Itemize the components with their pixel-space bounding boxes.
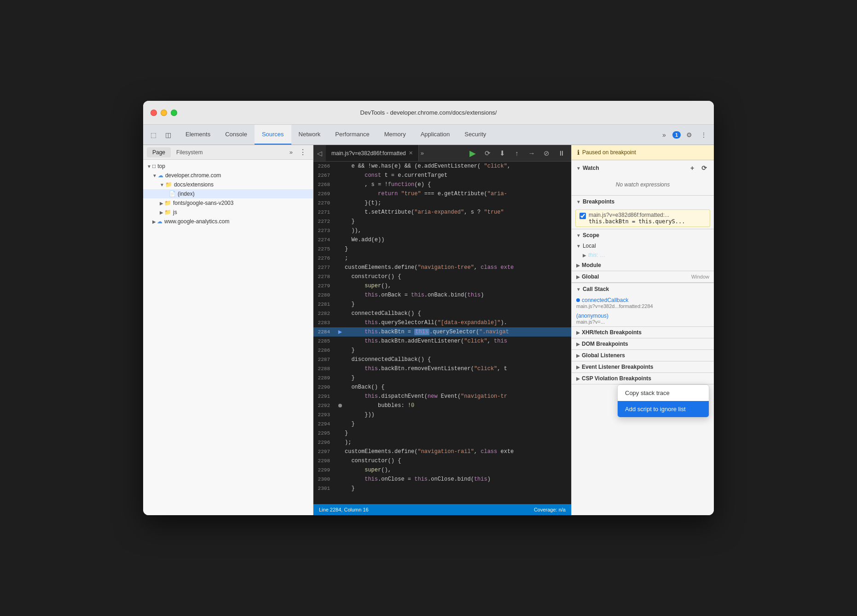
file-tree: ▼ □ top ▼ ☁ developer.chrome.com ▼ 📁 doc… — [143, 160, 313, 515]
tree-item-top[interactable]: ▼ □ top — [143, 162, 313, 171]
scope-header[interactable]: ▼ Scope — [572, 229, 714, 241]
watch-header[interactable]: ▼ Watch + ⟳ — [572, 160, 714, 176]
code-line-2293: 2293 })) — [313, 410, 571, 419]
tree-item-index[interactable]: 📄 (index) — [143, 189, 313, 198]
scope-section: ▼ Scope ▼ Local ▶ this: … ▶ Module — [572, 229, 714, 283]
scope-global[interactable]: ▶ Global Window — [572, 271, 714, 283]
editor-tab-main[interactable]: main.js?v=e382d86f:formatted ✕ — [326, 145, 419, 161]
folder-icon: □ — [152, 163, 156, 169]
tab-application[interactable]: Application — [413, 125, 457, 145]
right-panel: ℹ Paused on breakpoint ▼ Watch + ⟳ — [571, 145, 714, 515]
scope-label: Scope — [583, 232, 599, 238]
editor-toolbar: ▶ ⟳ ⬇ ↑ → ⊘ ⏸ — [463, 145, 571, 161]
code-line-2276: 2276 ; — [313, 254, 571, 263]
event-listener-breakpoints-section[interactable]: ▶ Event Listener Breakpoints — [572, 361, 714, 373]
main-tabbar: ⬚ ◫ Elements Console Sources Network Per… — [143, 125, 714, 145]
arrow-icon: ▶ — [152, 219, 156, 224]
watch-arrow-icon: ▼ — [576, 166, 581, 171]
more-tabs-icon[interactable]: » — [421, 145, 424, 161]
csp-breakpoints-section[interactable]: ▶ CSP Violation Breakpoints — [572, 373, 714, 384]
folder-icon: 📁 — [164, 200, 171, 206]
bp-arrow-icon: ▼ — [576, 199, 581, 204]
code-line-2286: 2286 } — [313, 346, 571, 355]
code-container[interactable]: 2266 e && !we.has(e) && (e.addEventListe… — [313, 162, 571, 504]
tab-performance[interactable]: Performance — [328, 125, 376, 145]
arrow-icon: ▶ — [160, 210, 163, 215]
tab-page[interactable]: Page — [147, 147, 171, 157]
maximize-button[interactable] — [171, 110, 177, 116]
play-icon[interactable]: ▶ — [466, 147, 479, 160]
breakpoint-notice: ℹ Paused on breakpoint — [572, 145, 714, 160]
minimize-button[interactable] — [161, 110, 167, 116]
callstack-header[interactable]: ▼ Call Stack — [572, 283, 714, 295]
menu-icon[interactable]: ⋮ — [697, 128, 710, 141]
arrow-icon: ▶ — [160, 201, 163, 206]
global-listeners-arrow-icon: ▶ — [576, 353, 580, 358]
bp-checkbox[interactable] — [579, 213, 586, 219]
tab-security[interactable]: Security — [457, 125, 493, 145]
panel-menu-icon[interactable]: ⋮ — [296, 146, 309, 159]
tab-memory[interactable]: Memory — [377, 125, 413, 145]
step-into-icon[interactable]: ↑ — [510, 147, 523, 160]
close-tab-icon[interactable]: ✕ — [409, 150, 413, 156]
tabs-container: Elements Console Sources Network Perform… — [178, 125, 654, 145]
add-watch-icon[interactable]: + — [687, 163, 697, 173]
inspect-icon[interactable]: ◫ — [162, 128, 174, 141]
more-tabs-icon[interactable]: » — [658, 128, 671, 141]
breakpoints-header[interactable]: ▼ Breakpoints — [572, 196, 714, 208]
panel-tabs-more[interactable]: » — [288, 147, 295, 157]
tab-elements[interactable]: Elements — [178, 125, 218, 145]
tab-sources[interactable]: Sources — [255, 125, 291, 145]
tree-item-docs[interactable]: ▼ 📁 docs/extensions — [143, 180, 313, 189]
close-button[interactable] — [151, 110, 157, 116]
tree-item-js[interactable]: ▶ 📁 js — [143, 208, 313, 217]
code-line-2275: 2275 } — [313, 244, 571, 254]
scope-module[interactable]: ▶ Module — [572, 260, 714, 271]
scope-this[interactable]: ▶ this: … — [572, 250, 714, 260]
global-listeners-section[interactable]: ▶ Global Listeners — [572, 350, 714, 361]
code-line-2282: 2282 connectedCallback() { — [313, 309, 571, 318]
sidebar-toggle-icon[interactable]: ◁ — [313, 145, 326, 161]
pause-icon[interactable]: ⟳ — [481, 147, 494, 160]
bp-code: this.backBtn = this.queryS... — [589, 218, 685, 225]
code-line-2290: 2290 onBack() { — [313, 383, 571, 392]
arrow-icon: ▼ — [147, 164, 151, 169]
window-title: DevTools - developer.chrome.com/docs/ext… — [360, 109, 497, 116]
code-line-2291: 2291 this.dispatchEvent(new Event("navig… — [313, 392, 571, 401]
callstack-section: ▼ Call Stack connectedCallback main.js?v… — [572, 283, 714, 327]
tab-network[interactable]: Network — [291, 125, 328, 145]
tab-filesystem[interactable]: Filesystem — [171, 147, 208, 157]
tree-item-chrome[interactable]: ▼ ☁ developer.chrome.com — [143, 171, 313, 180]
tree-item-fonts[interactable]: ▶ 📁 fonts/google-sans-v2003 — [143, 198, 313, 208]
step-out-icon[interactable]: → — [525, 147, 538, 160]
refresh-watch-icon[interactable]: ⟳ — [699, 163, 709, 173]
scope-local[interactable]: ▼ Local — [572, 241, 714, 250]
left-panel: Page Filesystem » ⋮ ▼ □ top ▼ ☁ develope… — [143, 145, 313, 515]
dom-breakpoints-section[interactable]: ▶ DOM Breakpoints — [572, 338, 714, 350]
tree-item-analytics[interactable]: ▶ ☁ www.google-analytics.com — [143, 217, 313, 226]
deactivate-icon[interactable]: ⊘ — [540, 147, 553, 160]
code-line-2279: 2279 super(), — [313, 281, 571, 291]
domain-icon: ☁ — [157, 218, 162, 225]
xhr-breakpoints-section[interactable]: ▶ XHR/fetch Breakpoints — [572, 327, 714, 338]
settings-icon[interactable]: ⚙ — [683, 128, 695, 141]
local-label: Local — [583, 243, 596, 249]
pause-exceptions-icon[interactable]: ⏸ — [555, 147, 567, 160]
copy-stack-trace-item[interactable]: Copy stack trace — [618, 385, 709, 401]
step-over-icon[interactable]: ⬇ — [496, 147, 509, 160]
global-arrow-icon: ▶ — [576, 274, 580, 279]
xhr-arrow-icon: ▶ — [576, 330, 580, 335]
stack-item-0[interactable]: connectedCallback main.js?v=e382d...form… — [572, 295, 714, 311]
code-line-2297: 2297 customElements.define("navigation-r… — [313, 447, 571, 456]
add-to-ignore-list-item[interactable]: Add script to ignore list — [618, 401, 709, 417]
code-line-2266: 2266 e && !we.has(e) && (e.addEventListe… — [313, 162, 571, 171]
code-line-2280: 2280 this.onBack = this.onBack.bind(this… — [313, 291, 571, 300]
status-bar: Line 2284, Column 16 Coverage: n/a — [313, 504, 571, 515]
stack-item-1[interactable]: (anonymous) main.js?v=... — [572, 311, 714, 326]
code-line-2284: 2284 ▶ this.backBtn = this.querySelector… — [313, 327, 571, 337]
execution-arrow-icon: ▶ — [338, 327, 342, 337]
watch-label: Watch — [583, 165, 599, 171]
editor-tab-label: main.js?v=e382d86f:formatted — [331, 150, 406, 157]
tab-console[interactable]: Console — [218, 125, 255, 145]
cursor-icon[interactable]: ⬚ — [147, 128, 160, 141]
